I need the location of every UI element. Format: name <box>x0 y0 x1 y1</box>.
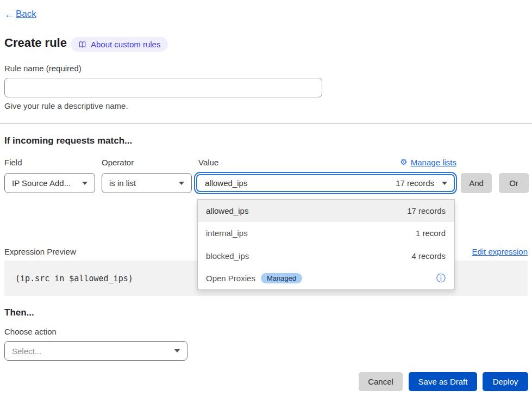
expression-preview-label: Expression Preview <box>4 247 76 256</box>
list-dropdown-panel: allowed_ips 17 records internal_ips 1 re… <box>197 199 455 290</box>
manage-lists-label: Manage lists <box>411 158 456 167</box>
field-select[interactable]: IP Source Add... <box>4 173 95 193</box>
action-select[interactable]: Select... <box>4 341 187 361</box>
operator-select-value: is in list <box>109 178 136 188</box>
list-item-internal-ips[interactable]: internal_ips 1 record <box>198 222 454 244</box>
list-item-records: 17 records <box>407 206 446 215</box>
back-link[interactable]: ← Back <box>4 9 36 20</box>
then-section-heading: Then... <box>4 307 34 318</box>
list-item-name: blocked_ips <box>206 251 249 261</box>
managed-badge: Managed <box>261 273 302 283</box>
chevron-down-icon <box>174 349 180 352</box>
value-combobox[interactable]: allowed_ips 17 records <box>196 174 455 192</box>
book-icon <box>78 41 86 48</box>
gear-icon: ⚙ <box>400 157 407 167</box>
edit-expression-link[interactable]: Edit expression <box>472 247 528 256</box>
section-divider <box>0 123 532 124</box>
match-section-heading: If incoming requests match... <box>4 135 132 146</box>
list-item-name: Open Proxies <box>206 274 255 283</box>
or-button[interactable]: Or <box>499 173 529 193</box>
chevron-down-icon <box>179 182 184 185</box>
about-custom-rules-link[interactable]: About custom rules <box>71 37 168 52</box>
list-item-name: allowed_ips <box>206 206 248 215</box>
rule-name-input[interactable] <box>4 78 322 97</box>
about-badge-label: About custom rules <box>91 40 160 49</box>
chevron-down-icon[interactable] <box>442 182 447 185</box>
list-item-name: internal_ips <box>206 228 248 238</box>
value-label: Value <box>198 158 218 167</box>
action-select-placeholder: Select... <box>12 347 41 356</box>
and-button[interactable]: And <box>461 173 492 193</box>
back-label: Back <box>16 9 36 20</box>
choose-action-label: Choose action <box>4 327 57 336</box>
expression-code: (ip.src in $allowed_ips) <box>15 274 133 283</box>
value-records-count: 17 records <box>396 178 434 188</box>
cancel-button[interactable]: Cancel <box>359 372 403 391</box>
value-combobox-text: allowed_ips <box>205 178 247 188</box>
operator-label: Operator <box>102 158 134 167</box>
list-item-records: 1 record <box>416 228 446 238</box>
info-icon[interactable]: ⓘ <box>436 274 446 283</box>
edit-expression-label: Edit expression <box>472 247 528 256</box>
list-item-records: 4 records <box>411 251 446 261</box>
chevron-down-icon <box>82 182 87 185</box>
list-item-blocked-ips[interactable]: blocked_ips 4 records <box>198 245 454 267</box>
operator-select[interactable]: is in list <box>102 173 192 193</box>
field-select-value: IP Source Add... <box>12 178 71 188</box>
manage-lists-link[interactable]: ⚙ Manage lists <box>400 157 456 167</box>
page-title: Create rule <box>4 36 67 50</box>
rule-name-label: Rule name (required) <box>4 64 82 73</box>
deploy-button[interactable]: Deploy <box>483 372 528 391</box>
list-item-allowed-ips[interactable]: allowed_ips 17 records <box>198 200 454 222</box>
rule-name-helper-text: Give your rule a descriptive name. <box>4 101 128 110</box>
save-as-draft-button[interactable]: Save as Draft <box>409 372 477 391</box>
field-label: Field <box>4 158 22 167</box>
list-item-open-proxies[interactable]: Open Proxies Managed ⓘ <box>198 267 454 289</box>
back-arrow-icon: ← <box>4 9 15 20</box>
create-rule-page: ← Back Create rule About custom rules Ru… <box>0 0 532 402</box>
